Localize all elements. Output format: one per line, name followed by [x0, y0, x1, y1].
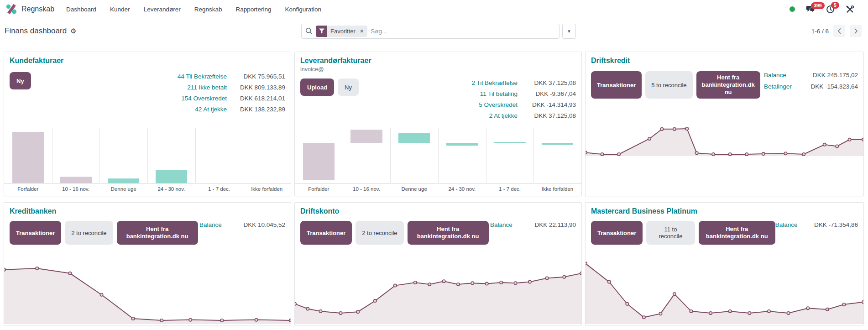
- activities-menu[interactable]: 5: [826, 5, 835, 14]
- bar[interactable]: [350, 130, 382, 143]
- new-bill-button[interactable]: Ny: [338, 79, 359, 96]
- stat-row: BalanceDKK 245.175,02: [764, 71, 858, 79]
- bar-column[interactable]: Denne uge: [99, 128, 147, 194]
- balance-link[interactable]: Balance: [199, 221, 222, 229]
- search-dropdown-toggle[interactable]: ▾: [562, 24, 576, 39]
- page-title: Finans dashboard: [5, 26, 67, 36]
- balance-line-chart[interactable]: [295, 259, 581, 324]
- stat-row: 42 At tjekkeDKK 138.232,89: [146, 105, 285, 114]
- card-title[interactable]: Kreditbanken: [10, 207, 56, 215]
- menu-item-konfiguration[interactable]: Konfiguration: [285, 6, 322, 13]
- balance-link[interactable]: Balance: [490, 221, 512, 229]
- bar-column[interactable]: 24 - 30 nov.: [147, 128, 195, 194]
- bar[interactable]: [60, 177, 91, 183]
- bar[interactable]: [12, 132, 44, 183]
- bar[interactable]: [446, 143, 478, 146]
- bar-category-label: 24 - 30 nov.: [147, 183, 195, 194]
- invoice-stats: 2 Til BekræftelseDKK 37.125,08 11 Til be…: [437, 79, 576, 120]
- payments-amount: DKK -154.323,64: [810, 83, 858, 91]
- search-box[interactable]: Favoritter ✕: [301, 24, 559, 39]
- reconcile-button[interactable]: 2 to reconcile: [65, 221, 113, 245]
- menu-item-kunder[interactable]: Kunder: [110, 6, 130, 13]
- bar-column[interactable]: 1 - 7 dec.: [195, 128, 243, 194]
- bar-column[interactable]: Ikke forfalden: [533, 128, 581, 194]
- stat-link[interactable]: 5 Overskredet: [437, 100, 518, 110]
- stat-row: 2 At tjekkeDKK 37.125,08: [437, 111, 576, 120]
- reconcile-button[interactable]: 5 to reconcile: [645, 71, 692, 99]
- transactions-button[interactable]: Transaktioner: [10, 221, 61, 245]
- transactions-button[interactable]: Transaktioner: [300, 221, 352, 245]
- new-invoice-button[interactable]: Ny: [10, 72, 31, 89]
- bar-column[interactable]: 1 - 7 dec.: [486, 128, 534, 194]
- fetch-bank-button[interactable]: Hent fra bankintegration.dk nu: [699, 221, 775, 245]
- card-kundefakturaer: Kundefakturaer Ny 44 Til BekræftelseDKK …: [4, 52, 291, 196]
- bar-category-label: Ikke forfalden: [533, 183, 581, 194]
- card-title[interactable]: Kundefakturaer: [10, 57, 63, 65]
- menu-item-regnskab[interactable]: Regnskab: [194, 6, 222, 13]
- upload-button[interactable]: Upload: [300, 79, 334, 96]
- balance-line-chart[interactable]: [4, 259, 291, 324]
- chevron-down-icon: ▾: [568, 28, 570, 34]
- search-input[interactable]: [371, 28, 555, 35]
- app-switcher[interactable]: Regnskab: [5, 3, 54, 15]
- balance-link[interactable]: Balance: [775, 221, 798, 229]
- bar[interactable]: [156, 170, 187, 183]
- pager-previous-button[interactable]: [833, 25, 845, 37]
- chevron-right-icon: [854, 28, 858, 34]
- menu-item-rapportering[interactable]: Rapportering: [235, 6, 271, 13]
- stat-row: BalanceDKK 22.113,90: [490, 221, 576, 229]
- balance-line-chart[interactable]: [586, 110, 863, 156]
- bar-column[interactable]: Forfalder: [295, 128, 343, 194]
- stat-link[interactable]: 154 Overskredet: [146, 94, 227, 103]
- stat-link[interactable]: 42 At tjekke: [146, 105, 227, 114]
- menu-item-dashboard[interactable]: Dashboard: [66, 6, 96, 13]
- bar[interactable]: [108, 178, 139, 183]
- stat-link[interactable]: 2 At tjekke: [437, 111, 518, 120]
- bar-column[interactable]: 24 - 30 nov.: [438, 128, 486, 194]
- reconcile-button[interactable]: 2 to reconcile: [356, 221, 403, 245]
- bar-column[interactable]: 10 - 16 nov.: [343, 128, 391, 194]
- stat-row: 211 Ikke betaltDKK 809.133,89: [146, 83, 285, 92]
- bar-column[interactable]: Forfalder: [4, 128, 52, 194]
- bar-category-label: Ikke forfalden: [243, 183, 291, 194]
- debug-tools-menu[interactable]: [846, 5, 854, 14]
- facet-close-icon[interactable]: ✕: [359, 28, 367, 34]
- fetch-bank-button[interactable]: Hent fra bankintegration.dk nu: [696, 71, 760, 99]
- aged-bills-bar-chart[interactable]: Forfalder10 - 16 nov.Denne uge24 - 30 no…: [295, 128, 581, 194]
- bar[interactable]: [542, 143, 573, 145]
- messages-menu[interactable]: 399: [806, 5, 815, 13]
- card-title[interactable]: Driftskredit: [591, 57, 630, 65]
- aged-invoices-bar-chart[interactable]: Forfalder10 - 16 nov.Denne uge24 - 30 no…: [4, 128, 291, 194]
- stat-row: BalanceDKK 10.045,52: [199, 221, 285, 229]
- stat-link[interactable]: 11 Til betaling: [437, 89, 518, 99]
- menu-item-leverandorer[interactable]: Leverandører: [144, 6, 181, 13]
- gear-icon[interactable]: ⚙: [70, 27, 76, 35]
- bar[interactable]: [494, 142, 525, 143]
- card-title[interactable]: Mastercard Business Platinum: [591, 207, 697, 215]
- stat-link[interactable]: 211 Ikke betalt: [146, 83, 227, 92]
- fetch-bank-button[interactable]: Hent fra bankintegration.dk nu: [117, 221, 198, 245]
- card-subtitle-email: invoice@: [300, 66, 576, 73]
- transactions-button[interactable]: Transaktioner: [591, 221, 643, 245]
- stat-row: BetalingerDKK -154.323,64: [764, 83, 858, 91]
- bar-column[interactable]: Denne uge: [390, 128, 438, 194]
- bar[interactable]: [398, 133, 430, 143]
- payments-link[interactable]: Betalinger: [764, 83, 792, 91]
- bar[interactable]: [303, 143, 335, 180]
- invoice-stats: 44 Til BekræftelseDKK 75.965,51 211 Ikke…: [146, 72, 285, 114]
- bar-column[interactable]: 10 - 16 nov.: [52, 128, 100, 194]
- dashboard-grid: Kundefakturaer Ny 44 Til BekræftelseDKK …: [0, 44, 868, 325]
- balance-link[interactable]: Balance: [764, 71, 786, 79]
- card-title[interactable]: Driftskonto: [300, 207, 339, 215]
- stat-link[interactable]: 2 Til Bekræftelse: [437, 79, 518, 88]
- search-facet-favoritter[interactable]: Favoritter ✕: [316, 26, 367, 37]
- stat-link[interactable]: 44 Til Bekræftelse: [146, 72, 227, 81]
- bar-column[interactable]: Ikke forfalden: [243, 128, 291, 194]
- bar-category-label: 24 - 30 nov.: [438, 183, 486, 194]
- transactions-button[interactable]: Transaktioner: [591, 71, 642, 99]
- pager-next-button[interactable]: [850, 25, 862, 37]
- card-title[interactable]: Leverandørfakturaer: [300, 57, 371, 65]
- reconcile-button[interactable]: 11 to reconcile: [646, 221, 695, 245]
- balance-line-chart[interactable]: [586, 259, 863, 324]
- fetch-bank-button[interactable]: Hent fra bankintegration.dk nu: [408, 221, 489, 245]
